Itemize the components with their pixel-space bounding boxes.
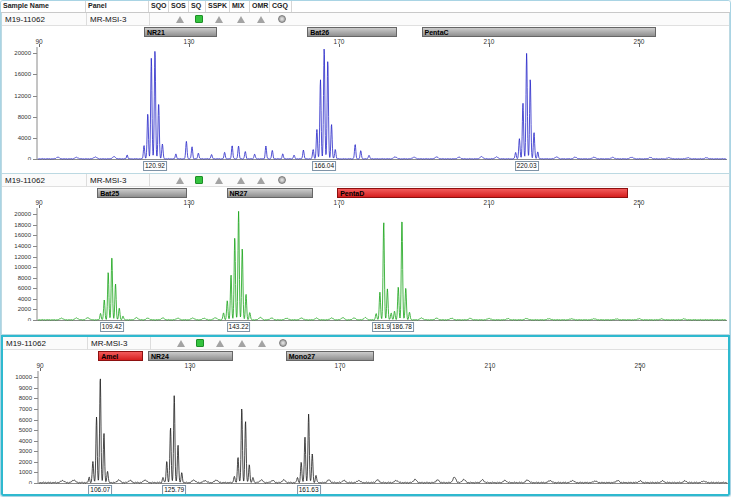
warning-triangle-icon[interactable]: [257, 16, 265, 23]
electropherogram-panel-3[interactable]: M19-11062 MR-MSI-3 AmelNR24Mono27 901301…: [1, 335, 730, 496]
electropherogram-panel-1[interactable]: M19-11062 MR-MSI-3 NR21Bat26PentaC 90130…: [1, 13, 730, 174]
quality-pass-icon[interactable]: [196, 339, 204, 347]
y-tick-label: 2000: [3, 459, 32, 466]
y-tick-label: 2000: [2, 306, 31, 313]
header-col-sos: SOS: [169, 1, 189, 12]
y-tick-label: 3000: [3, 448, 32, 455]
panel-name[interactable]: MR-MSI-3: [88, 337, 151, 350]
y-tick-mark: [34, 388, 38, 389]
warning-triangle-icon[interactable]: [238, 340, 246, 347]
y-tick-mark: [34, 441, 38, 442]
y-tick-label: 18000: [2, 222, 31, 229]
header-col-sq: SQ: [189, 1, 206, 12]
plot-area[interactable]: 040008000120001600020000: [2, 47, 729, 160]
peak-size-label[interactable]: 166.04: [312, 161, 336, 171]
quality-sphere-icon[interactable]: [278, 15, 286, 23]
panel-name[interactable]: MR-MSI-3: [87, 174, 150, 187]
peak-size-label[interactable]: 109.42: [100, 322, 124, 332]
quality-pass-icon[interactable]: [195, 176, 203, 184]
header-col-mix: MIX: [230, 1, 250, 12]
flag-cell: [191, 337, 208, 350]
quality-pass-icon[interactable]: [195, 15, 203, 23]
y-tick-mark: [34, 377, 38, 378]
panel-info-row: M19-11062 MR-MSI-3: [2, 174, 729, 187]
peak-size-label[interactable]: 186.78: [390, 322, 414, 332]
y-tick-mark: [33, 309, 37, 310]
flag-cell: [231, 174, 251, 187]
panel-name[interactable]: MR-MSI-3: [87, 13, 150, 26]
warning-triangle-icon[interactable]: [237, 177, 245, 184]
empty-flag-cell: [156, 176, 164, 184]
quality-sphere-icon[interactable]: [278, 176, 286, 184]
marker-bar-nr24[interactable]: NR24: [148, 351, 233, 361]
y-tick-mark: [34, 420, 38, 421]
y-tick-label: 6000: [3, 417, 32, 424]
y-tick-mark: [33, 278, 37, 279]
empty-flag-cell: [156, 15, 164, 23]
flag-cell: [208, 337, 232, 350]
peak-size-label[interactable]: 143.22: [227, 322, 251, 332]
marker-bar-pentad[interactable]: PentaD: [337, 188, 628, 198]
peak-size-label[interactable]: 125.79: [162, 485, 186, 495]
marker-bar-bat25[interactable]: Bat25: [97, 188, 187, 198]
y-tick-mark: [33, 299, 37, 300]
y-tick-label: 8000: [2, 275, 31, 282]
trace-svg: [2, 208, 730, 321]
y-tick-mark: [34, 462, 38, 463]
y-tick-mark: [33, 288, 37, 289]
sample-name[interactable]: M19-11062: [2, 13, 87, 26]
plot-area[interactable]: 0100020003000400050006000700080009000100…: [3, 371, 728, 484]
header-col-cgq: CGQ: [270, 1, 292, 12]
header-col-sample-name: Sample Name: [1, 1, 86, 12]
peak-size-label[interactable]: 120.92: [143, 161, 167, 171]
sample-name[interactable]: M19-11062: [2, 174, 87, 187]
y-tick-mark: [33, 74, 37, 75]
flag-cell: [190, 174, 207, 187]
peak-size-label[interactable]: 220.03: [515, 161, 539, 171]
y-tick-mark: [33, 225, 37, 226]
warning-triangle-icon[interactable]: [177, 340, 185, 347]
warning-triangle-icon[interactable]: [215, 177, 223, 184]
panel-info-row: M19-11062 MR-MSI-3: [3, 337, 728, 350]
sample-name[interactable]: M19-11062: [3, 337, 88, 350]
y-tick-label: 4000: [3, 438, 32, 445]
y-tick-mark: [33, 257, 37, 258]
y-tick-label: 14000: [2, 243, 31, 250]
marker-bar-amel[interactable]: Amel: [98, 351, 143, 361]
marker-bar-pentac[interactable]: PentaC: [422, 27, 656, 37]
warning-triangle-icon[interactable]: [176, 16, 184, 23]
flag-cell: [170, 13, 190, 26]
trace-svg: [2, 47, 730, 160]
empty-flag-cell: [157, 339, 165, 347]
marker-bar-mono27[interactable]: Mono27: [286, 351, 374, 361]
y-tick-mark: [33, 96, 37, 97]
marker-bar-bat26[interactable]: Bat26: [307, 27, 397, 37]
y-tick-mark: [34, 398, 38, 399]
quality-sphere-icon[interactable]: [279, 339, 287, 347]
y-tick-label: 5000: [3, 427, 32, 434]
y-tick-label: 4000: [2, 135, 31, 142]
y-tick-mark: [34, 451, 38, 452]
electropherogram-panel-2[interactable]: M19-11062 MR-MSI-3 Bat25NR27PentaD 90130…: [1, 174, 730, 335]
marker-row: AmelNR24Mono27: [3, 350, 728, 362]
header-col-omr: OMR: [250, 1, 270, 12]
warning-triangle-icon[interactable]: [216, 340, 224, 347]
warning-triangle-icon[interactable]: [215, 16, 223, 23]
y-tick-mark: [34, 409, 38, 410]
warning-triangle-icon[interactable]: [257, 177, 265, 184]
marker-bar-nr21[interactable]: NR21: [144, 27, 217, 37]
warning-triangle-icon[interactable]: [176, 177, 184, 184]
y-tick-label: 9000: [3, 385, 32, 392]
peak-size-label[interactable]: 106.07: [88, 485, 112, 495]
plot-area[interactable]: 0200040006000800010000120001400016000180…: [2, 208, 729, 321]
y-tick-label: 10000: [2, 264, 31, 271]
warning-triangle-icon[interactable]: [258, 340, 266, 347]
peak-size-label[interactable]: 161.63: [297, 485, 321, 495]
marker-bar-nr27[interactable]: NR27: [227, 188, 313, 198]
warning-triangle-icon[interactable]: [237, 16, 245, 23]
trace-path: [39, 379, 727, 483]
trace-path: [38, 211, 726, 320]
y-tick-label: 8000: [2, 114, 31, 121]
header-filler: [292, 1, 730, 12]
marker-row: Bat25NR27PentaD: [2, 187, 729, 199]
